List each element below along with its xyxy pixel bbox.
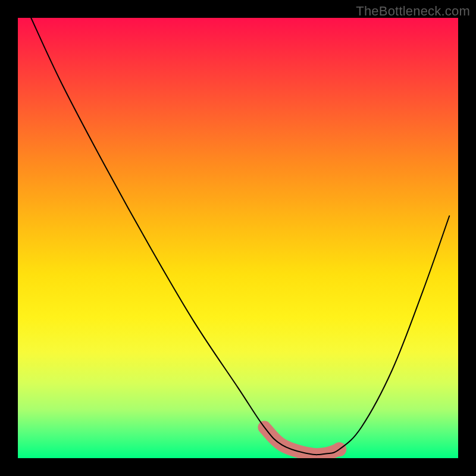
chart-svg [18, 18, 458, 458]
chart-frame: TheBottleneck.com [0, 0, 476, 476]
chart-plot-area [18, 18, 458, 458]
watermark-text: TheBottleneck.com [356, 4, 470, 19]
chart-curve [31, 18, 449, 455]
